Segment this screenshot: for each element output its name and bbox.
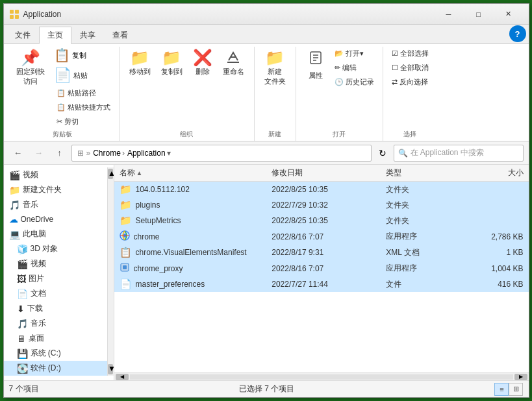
view-list-button[interactable]: ≡ xyxy=(494,383,509,396)
drive-c-icon: 💾 xyxy=(17,348,28,359)
file-plain-icon: 📄 xyxy=(120,278,132,290)
sidebar-item-3d-objects[interactable]: 🧊 3D 对象 xyxy=(4,241,107,256)
file-list-header: 名称 ▲ 修改日期 类型 大小 xyxy=(114,165,529,182)
sidebar-item-videos[interactable]: 🎬 视频 xyxy=(4,256,107,271)
sidebar-item-drive-d[interactable]: 💽 软件 (D:) xyxy=(4,361,107,376)
file-date-col: 2022/8/25 10:35 xyxy=(272,216,386,225)
file-date-col: 2022/8/16 7:07 xyxy=(272,264,386,273)
back-button[interactable]: ← xyxy=(9,145,27,162)
new-folder-button[interactable]: 📁 新建文件夹 xyxy=(260,47,290,90)
file-type-col: 文件 xyxy=(386,279,462,290)
sidebar-scrollbar[interactable]: ▲ ▼ xyxy=(107,167,114,376)
sidebar-item-desktop[interactable]: 🖥 桌面 xyxy=(4,331,107,346)
address-bar-icon: ⊞ xyxy=(77,149,84,158)
forward-button[interactable]: → xyxy=(30,145,48,162)
rename-button[interactable]: 重命名 xyxy=(218,47,249,80)
sidebar-item-music-top[interactable]: 🎵 音乐 xyxy=(4,197,107,212)
table-row[interactable]: chrome_proxy 2022/8/16 7:07 应用程序 1,004 K… xyxy=(114,260,529,276)
tab-home[interactable]: 主页 xyxy=(39,27,71,44)
sidebar-item-videos-top[interactable]: 🎬 视频 xyxy=(4,167,107,182)
sidebar-item-this-pc[interactable]: 💻 此电脑 xyxy=(4,226,107,241)
table-row[interactable]: 📁 SetupMetrics 2022/8/25 10:35 文件夹 xyxy=(114,213,529,228)
help-button[interactable]: ? xyxy=(509,25,526,42)
col-header-size[interactable]: 大小 xyxy=(462,167,524,178)
col-header-name[interactable]: 名称 ▲ xyxy=(120,167,272,178)
h-scroll-left[interactable]: ◀ xyxy=(116,374,129,380)
select-all-button[interactable]: ☑ 全部选择 xyxy=(388,47,432,60)
sidebar-item-pictures[interactable]: 🖼 图片 xyxy=(4,271,107,286)
sidebar-scroll-down[interactable]: ▼ xyxy=(108,364,113,374)
sidebar-item-onedrive[interactable]: ☁ OneDrive xyxy=(4,212,107,226)
table-row[interactable]: 📁 104.0.5112.102 2022/8/25 10:35 文件夹 xyxy=(114,182,529,197)
table-row[interactable]: 📁 plugins 2022/7/29 10:32 文件夹 xyxy=(114,197,529,213)
music-top-icon: 🎵 xyxy=(9,200,20,210)
table-row[interactable]: chrome 2022/8/16 7:07 应用程序 2,786 KB xyxy=(114,228,529,245)
col-header-date[interactable]: 修改日期 xyxy=(272,167,386,178)
new-folder-icon: 📁 xyxy=(265,50,285,66)
paste-button[interactable]: 📄 粘贴 xyxy=(51,65,114,86)
tab-share[interactable]: 共享 xyxy=(71,27,104,43)
file-name-col: chrome_proxy xyxy=(120,262,272,274)
file-name-col: 📁 104.0.5112.102 xyxy=(120,184,272,195)
file-name-col: 📄 master_preferences xyxy=(120,278,272,290)
open-button[interactable]: 📂 打开▾ xyxy=(331,47,377,60)
h-scroll-right[interactable]: ▶ xyxy=(514,374,527,380)
refresh-button[interactable]: ↻ xyxy=(374,145,391,162)
cut-button[interactable]: ✂ 剪切 xyxy=(53,115,114,128)
close-button[interactable]: ✕ xyxy=(494,4,524,25)
address-breadcrumb-sep: » xyxy=(86,149,91,158)
copy-button[interactable]: 📋 复制 xyxy=(51,47,114,64)
sidebar-item-new-folder[interactable]: 📁 新建文件夹 xyxy=(4,182,107,197)
folder-icon: 📁 xyxy=(120,184,132,195)
file-name-col: 📋 chrome.VisualElementsManifest xyxy=(120,247,272,258)
paste-shortcut-button[interactable]: 📋 粘贴快捷方式 xyxy=(53,101,114,114)
view-details-button[interactable]: ⊞ xyxy=(509,383,523,396)
up-button[interactable]: ↑ xyxy=(51,145,69,162)
select-none-button[interactable]: ☐ 全部取消 xyxy=(388,61,432,75)
edit-button[interactable]: ✏ 编辑 xyxy=(331,61,377,75)
new-group: 📁 新建文件夹 新建 xyxy=(255,47,296,141)
table-row[interactable]: 📋 chrome.VisualElementsManifest 2022/8/1… xyxy=(114,245,529,260)
breadcrumb-chrome[interactable]: Chrome › xyxy=(93,149,125,158)
tab-file[interactable]: 文件 xyxy=(6,27,39,43)
tab-view[interactable]: 查看 xyxy=(104,27,136,43)
paste-path-button[interactable]: 📋 粘贴路径 xyxy=(53,86,114,100)
clipboard-right: 📋 复制 📄 粘贴 📋 粘贴路径 📋 xyxy=(51,47,114,128)
move-to-icon: 📁 xyxy=(130,50,149,66)
delete-button[interactable]: ❌ 删除 xyxy=(188,47,217,80)
xml-icon: 📋 xyxy=(120,247,132,258)
breadcrumb-application[interactable]: Application ▾ xyxy=(127,149,171,158)
table-row[interactable]: 📄 master_preferences 2022/7/27 11:44 文件 … xyxy=(114,276,529,292)
invert-icon: ⇄ xyxy=(392,78,398,86)
properties-button[interactable]: 属性 xyxy=(301,47,330,84)
edit-icon: ✏ xyxy=(335,64,340,72)
minimize-button[interactable]: ─ xyxy=(434,4,464,25)
pin-button[interactable]: 📌 固定到快访问 xyxy=(12,47,49,90)
invert-selection-button[interactable]: ⇄ 反向选择 xyxy=(388,75,432,89)
h-scrollbar[interactable]: ◀ ▶ xyxy=(114,372,529,380)
chrome-icon xyxy=(120,230,130,243)
copy-to-button[interactable]: 📁 复制到 xyxy=(157,47,187,80)
maximize-button[interactable]: □ xyxy=(464,4,494,25)
address-bar[interactable]: ⊞ » Chrome › Application ▾ xyxy=(71,145,372,162)
status-selected-count: 已选择 7 个项目 xyxy=(239,383,294,395)
history-button[interactable]: 🕒 历史记录 xyxy=(331,75,377,89)
sidebar-item-downloads[interactable]: ⬇ 下载 xyxy=(4,301,107,316)
sidebar-item-music[interactable]: 🎵 音乐 xyxy=(4,316,107,331)
main-content: 🎬 视频 📁 新建文件夹 🎵 音乐 ☁ OneDrive xyxy=(4,165,529,380)
svg-rect-14 xyxy=(123,265,127,269)
file-size-col: 1 KB xyxy=(462,248,524,257)
videos-top-icon: 🎬 xyxy=(9,170,20,180)
new-buttons: 📁 新建文件夹 xyxy=(260,47,290,128)
pin-icon: 📌 xyxy=(21,50,40,66)
move-to-button[interactable]: 📁 移动到 xyxy=(125,47,155,80)
history-icon: 🕒 xyxy=(335,78,344,86)
3d-objects-icon: 🧊 xyxy=(17,244,28,254)
organize-label: 组织 xyxy=(125,128,249,141)
sidebar-scroll-up[interactable]: ▲ xyxy=(108,169,113,179)
col-header-type[interactable]: 类型 xyxy=(386,167,462,178)
sidebar-item-documents[interactable]: 📄 文档 xyxy=(4,286,107,301)
search-bar[interactable]: 🔍 在 Application 中搜索 xyxy=(394,145,524,162)
sidebar-item-drive-c[interactable]: 💾 系统 (C:) xyxy=(4,346,107,361)
organize-group: 📁 移动到 📁 复制到 ❌ 删除 重命名 组织 xyxy=(120,47,255,141)
